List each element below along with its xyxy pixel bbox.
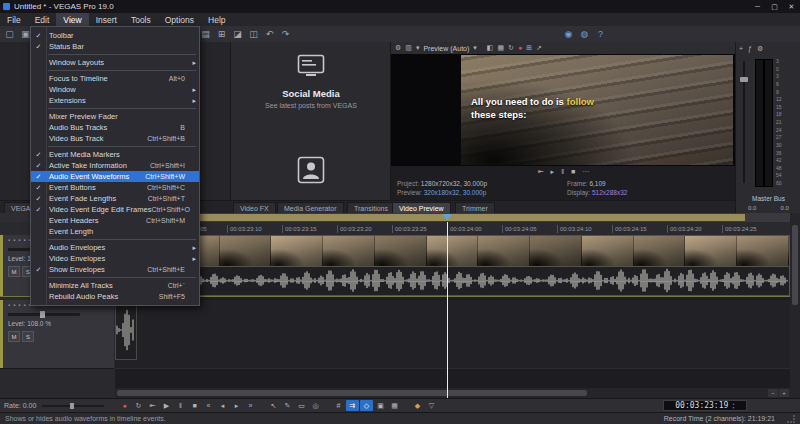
play-from-start-button[interactable]: ⇤ — [146, 400, 159, 411]
menu-item-window-layouts[interactable]: Window Layouts▸ — [31, 57, 199, 68]
mute-button[interactable]: M — [8, 331, 20, 342]
menu-item-event-fade-lengths[interactable]: ✓Event Fade LengthsCtrl+Shift+T — [31, 193, 199, 204]
help-icon[interactable]: ? — [594, 27, 607, 40]
zoom-edit-tool-button[interactable]: ◎ — [309, 400, 322, 411]
menu-item-audio-envelopes[interactable]: Audio Envelopes▸ — [31, 242, 199, 253]
menu-item-rebuild-audio-peaks[interactable]: Rebuild Audio PeaksShift+F5 — [31, 291, 199, 302]
project-video-properties-icon[interactable]: ⚙ — [395, 42, 401, 54]
timeline-ruler[interactable]: 00:03:23:0000:03:23:0500:03:23:1000:03:2… — [115, 222, 790, 236]
playhead[interactable] — [447, 222, 448, 398]
video-thumbnail[interactable] — [530, 236, 582, 266]
video-output-icon[interactable]: ▥ — [405, 42, 412, 54]
redo-icon[interactable]: ↷ — [279, 27, 292, 40]
preview-quality-dropdown[interactable]: Preview (Auto) — [423, 45, 469, 52]
menubar-item-insert[interactable]: Insert — [89, 13, 124, 26]
zoom-out-button[interactable]: − — [768, 389, 778, 397]
menu-item-status-bar[interactable]: ✓Status Bar — [31, 41, 199, 52]
menu-item-audio-bus-tracks[interactable]: Audio Bus TracksB — [31, 122, 199, 133]
undo-icon[interactable]: ↶ — [263, 27, 276, 40]
video-thumbnail[interactable] — [375, 236, 427, 266]
new-project-icon[interactable]: ▢ — [3, 27, 16, 40]
master-fader-handle[interactable] — [740, 77, 748, 82]
menu-item-mixer-preview-fader[interactable]: Mixer Preview Fader — [31, 111, 199, 122]
insert-bus-icon[interactable]: + — [739, 43, 743, 55]
stop-button[interactable]: ■ — [188, 400, 201, 411]
chevron-down-icon[interactable]: ▾ — [416, 42, 420, 54]
mixer-properties-icon[interactable]: ⚙ — [757, 43, 763, 55]
resize-grip[interactable] — [787, 415, 795, 423]
split-event-button[interactable]: ▦ — [388, 400, 401, 411]
loop-playback-icon[interactable]: ↻ — [508, 42, 514, 54]
video-event[interactable] — [115, 235, 790, 267]
project-properties-icon[interactable]: ⊞ — [215, 27, 228, 40]
pause-icon[interactable]: ‖ — [561, 166, 564, 178]
chevron-down-icon[interactable]: ▾ — [473, 42, 477, 54]
video-thumbnail[interactable] — [220, 236, 272, 266]
menubar-item-tools[interactable]: Tools — [124, 13, 158, 26]
play-button[interactable]: ▶ — [160, 400, 173, 411]
insert-region-button[interactable]: ▽ — [425, 400, 438, 411]
menu-item-video-event-edge-edit-frames[interactable]: ✓Video Event Edge Edit FramesCtrl+Shift+… — [31, 204, 199, 215]
lock-envelopes-button[interactable]: ◇ — [360, 400, 373, 411]
next-frame-button[interactable]: ▸ — [230, 400, 243, 411]
maximize-button[interactable]: ▢ — [766, 0, 783, 13]
menu-item-show-envelopes[interactable]: ✓Show EnvelopesCtrl+Shift+E — [31, 264, 199, 275]
timecode-spinner[interactable]: ▴▾ — [732, 402, 734, 410]
menu-item-event-length[interactable]: Event Length — [31, 226, 199, 237]
close-button[interactable]: ✕ — [783, 0, 800, 13]
external-monitor-icon[interactable]: ↗ — [536, 42, 542, 54]
rate-slider[interactable] — [42, 405, 104, 407]
save-project-icon[interactable]: ▤ — [199, 27, 212, 40]
auto-ripple-button[interactable]: ⇉ — [346, 400, 359, 411]
video-thumbnail[interactable] — [271, 236, 323, 266]
play-from-start-icon[interactable]: ⇤ — [538, 166, 544, 178]
go-to-end-button[interactable]: » — [244, 400, 257, 411]
insert-bus-fx-icon[interactable]: ƒ — [748, 43, 752, 55]
video-thumbnail[interactable] — [582, 236, 634, 266]
menu-item-minimize-all-tracks[interactable]: Minimize All TracksCtrl+` — [31, 280, 199, 291]
video-thumbnail[interactable] — [478, 236, 530, 266]
menubar-item-options[interactable]: Options — [158, 13, 201, 26]
solo-button[interactable]: S — [22, 331, 34, 342]
zoom-in-button[interactable]: + — [779, 389, 789, 397]
minimize-button[interactable]: ─ — [749, 0, 766, 13]
scrollbar-thumb[interactable] — [117, 390, 587, 396]
ignore-event-grouping-button[interactable]: ▣ — [374, 400, 387, 411]
menubar-item-view[interactable]: View — [56, 13, 88, 26]
menu-item-event-buttons[interactable]: ✓Event ButtonsCtrl+Shift+C — [31, 182, 199, 193]
track-header-2[interactable]: ▪▪▪▪▪ Level: 108.0 % M S — [0, 300, 114, 369]
enable-snapping-button[interactable]: # — [332, 400, 345, 411]
menubar-item-file[interactable]: File — [0, 13, 28, 26]
track-2-lane[interactable] — [115, 300, 790, 369]
timeline-track-area[interactable] — [115, 235, 790, 398]
marker-bar[interactable] — [115, 213, 790, 222]
normal-edit-tool-button[interactable]: ↖ — [267, 400, 280, 411]
track-2-audio-event[interactable] — [115, 302, 137, 360]
copy-icon[interactable]: ◫ — [247, 27, 260, 40]
play-icon[interactable]: ▸ — [551, 166, 555, 178]
rate-slider-handle[interactable] — [70, 403, 74, 409]
previous-frame-button[interactable]: ◂ — [216, 400, 229, 411]
menu-item-focus-to-timeline[interactable]: Focus to TimelineAlt+0 — [31, 73, 199, 84]
mute-button[interactable]: M — [8, 266, 20, 277]
menu-item-toolbar[interactable]: ✓Toolbar — [31, 30, 199, 41]
menu-item-event-media-markers[interactable]: ✓Event Media Markers — [31, 149, 199, 160]
video-thumbnail[interactable] — [634, 236, 686, 266]
cut-icon[interactable]: ◪ — [231, 27, 244, 40]
split-screen-view-icon[interactable]: ◧ — [487, 42, 494, 54]
timecode-display[interactable]: 00:03:23:19 ▴▾ — [663, 400, 747, 411]
record-button[interactable]: ● — [118, 400, 131, 411]
track-level-slider[interactable] — [8, 313, 80, 316]
vertical-scrollbar[interactable] — [790, 213, 800, 398]
video-thumbnail[interactable] — [427, 236, 479, 266]
menu-item-window[interactable]: Window▸ — [31, 84, 199, 95]
pause-button[interactable]: ‖ — [174, 400, 187, 411]
menu-item-video-bus-track[interactable]: Video Bus TrackCtrl+Shift+B — [31, 133, 199, 144]
menu-item-video-envelopes[interactable]: Video Envelopes▸ — [31, 253, 199, 264]
video-thumbnail[interactable] — [685, 236, 737, 266]
more-icon[interactable]: ⋯ — [582, 166, 589, 178]
whats-new-icon[interactable]: ◍ — [578, 27, 591, 40]
loop-region[interactable] — [115, 214, 745, 221]
menubar-item-edit[interactable]: Edit — [28, 13, 57, 26]
audio-event[interactable] — [115, 267, 790, 296]
